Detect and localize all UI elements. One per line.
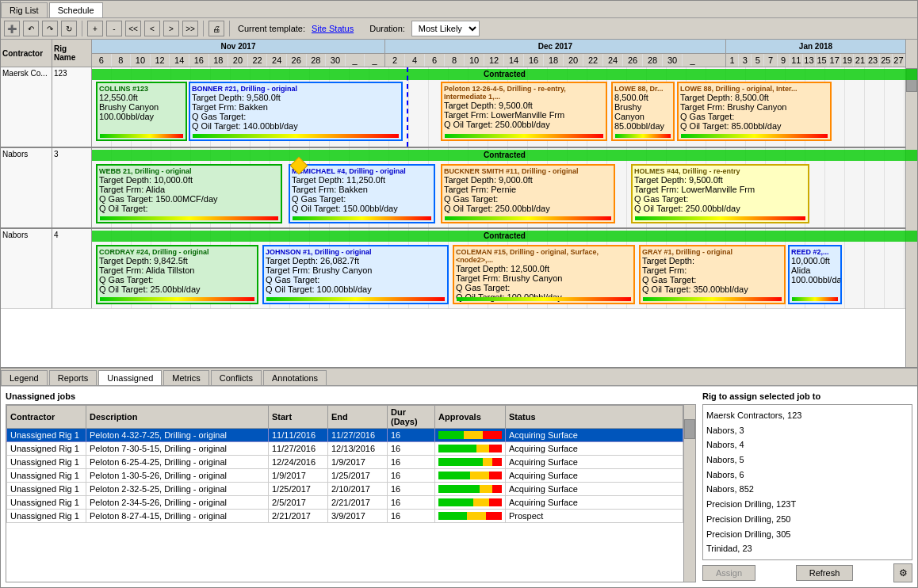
jobs-table: Contractor Description Start End Dur (Da… (6, 405, 683, 523)
rig-list[interactable]: Maersk Contractors, 123 Nabors, 3 Nabors… (702, 404, 912, 560)
tab-rig-list[interactable]: Rig List (1, 2, 48, 17)
rig-list-item[interactable]: Nabors, 852 (706, 482, 908, 497)
table-row[interactable]: Unassigned Rig 1 Peloton 6-25-4-25, Dril… (7, 456, 683, 469)
table-row[interactable]: Unassigned Rig 1 Peloton 1-30-5-26, Dril… (7, 469, 683, 483)
first-btn[interactable]: << (125, 21, 141, 36)
gantt-row-content-nabors3[interactable]: Contracted WEBB 21, Drilling - original … (92, 148, 917, 227)
job-card-holmes44[interactable]: HOLMES #44, Drilling - re-entry Target D… (631, 164, 809, 223)
rig-list-item[interactable]: Maersk Contractors, 123 (706, 408, 908, 423)
rig-list-item[interactable]: Nabors, 4 (706, 437, 908, 452)
job-card-lowe88a[interactable]: LOWE 88, Dr... 8,500.0ft Brushy Canyon 8… (611, 82, 675, 141)
day-cell: 27 (893, 54, 905, 67)
job-card-gray1[interactable]: GRAY #1, Drilling - original Target Dept… (639, 245, 786, 304)
day-cell: 20 (564, 54, 583, 67)
last-btn[interactable]: >> (182, 21, 198, 36)
cell-start: 2/5/2017 (269, 496, 328, 510)
job-card-johnson1[interactable]: JOHNSON #1, Drilling - original Target D… (262, 245, 449, 304)
month-dec: Dec 2017 (385, 40, 726, 53)
job-card-webb21[interactable]: WEBB 21, Drilling - original Target Dept… (96, 164, 282, 223)
tab-reports[interactable]: Reports (49, 370, 98, 385)
tab-metrics[interactable]: Metrics (163, 370, 208, 385)
job-card-cordray24[interactable]: CORDRAY #24, Drilling - original Target … (96, 245, 258, 304)
cell-approval (435, 510, 506, 523)
rig-list-item[interactable]: Trinidad, 23 (706, 541, 908, 556)
day-cell: 17 (828, 54, 841, 67)
job-card-reed2[interactable]: REED #2,... 10,000.0ft Alida 100.00bbl/d… (788, 245, 842, 304)
tab-annotations[interactable]: Annotations (263, 370, 327, 385)
table-row[interactable]: Unassigned Rig 1 Peloton 2-32-5-25, Dril… (7, 483, 683, 496)
cell-status: Acquiring Surface (506, 429, 683, 442)
job-card-coleman15[interactable]: COLEMAN #15, Drilling - original, Surfac… (453, 245, 635, 304)
cell-status: Acquiring Surface (506, 456, 683, 469)
rig-label-123: 123 (52, 67, 92, 147)
cell-start: 1/9/2017 (269, 469, 328, 483)
duration-select[interactable]: Most Likely (411, 21, 480, 36)
day-cell: 10 (465, 54, 484, 67)
table-row[interactable]: Unassigned Rig 1 Peloton 8-27-4-15, Dril… (7, 510, 683, 523)
gantt-row-content-maersk123[interactable]: Contracted COLLINS #123 12,550.0ft Brush… (92, 67, 917, 147)
table-row[interactable]: Unassigned Rig 1 Peloton 2-34-5-26, Dril… (7, 496, 683, 510)
job-card-lowe88b[interactable]: LOWE 88, Drilling - original, Inter... T… (677, 82, 832, 141)
rig-list-item[interactable]: Nabors, 6 (706, 468, 908, 483)
day-cell: 5 (752, 54, 764, 67)
day-cell: 26 (287, 54, 307, 67)
cell-start: 11/11/2016 (269, 429, 328, 442)
gantt-scrollbar[interactable] (905, 67, 917, 367)
refresh-button[interactable]: Refresh (796, 565, 854, 581)
next-btn[interactable]: > (163, 21, 179, 36)
gantt-scroll-area[interactable]: Maersk Co... 123 Contracted COLLINS #123… (1, 67, 917, 367)
tab-legend[interactable]: Legend (1, 370, 48, 385)
col-approvals: Approvals (435, 406, 506, 429)
cell-dur: 16 (388, 496, 435, 510)
rig-label-3: 3 (52, 148, 92, 227)
day-cell: 6 (92, 54, 112, 67)
table-row[interactable]: Unassigned Rig 1 Peloton 7-30-5-15, Dril… (7, 442, 683, 456)
print-btn[interactable]: 🖨 (208, 21, 224, 36)
redo-btn[interactable]: ↷ (42, 21, 58, 36)
col-start: Start (269, 406, 328, 429)
refresh-toolbar-btn[interactable]: ↻ (61, 21, 77, 36)
table-scrollbar[interactable] (683, 405, 695, 582)
tab-schedule[interactable]: Schedule (49, 2, 103, 17)
template-link[interactable]: Site Status (312, 24, 354, 33)
rig-list-item[interactable]: Nabors, 3 (706, 423, 908, 438)
rig-header: RigName (52, 40, 92, 67)
gear-button[interactable]: ⚙ (893, 563, 912, 582)
day-cell: 25 (880, 54, 893, 67)
top-tabs-bar: Rig List Schedule (1, 1, 917, 18)
job-card-collins123[interactable]: COLLINS #123 12,550.0ft Brushy Canyon 10… (96, 82, 187, 141)
job-card-bonner21[interactable]: BONNER #21, Drilling - original Target D… (189, 82, 403, 141)
cell-dur: 16 (388, 510, 435, 523)
job-card-peloton1226[interactable]: Peloton 12-26-4-5, Drilling - re-entry, … (441, 82, 607, 141)
rig-list-item[interactable]: Precision Drilling, 123T (706, 497, 908, 512)
cell-desc: Peloton 6-25-4-25, Drilling - original (86, 456, 269, 469)
job-card-buckner11[interactable]: BUCKNER SMITH #11, Drilling - original T… (441, 164, 615, 223)
day-cell: 23 (867, 54, 880, 67)
new-btn[interactable]: ➕ (4, 21, 20, 36)
day-cell: 10 (131, 54, 151, 67)
tab-conflicts[interactable]: Conflicts (211, 370, 262, 385)
tab-unassigned[interactable]: Unassigned (98, 370, 162, 385)
sep2 (203, 21, 204, 36)
prev-btn[interactable]: < (144, 21, 160, 36)
rig-list-item[interactable]: Precision Drilling, 250 (706, 512, 908, 527)
table-scrollbar-thumb[interactable] (684, 419, 695, 439)
day-cell: 3 (739, 54, 752, 67)
cell-dur: 16 (388, 429, 435, 442)
col-dur: Dur (Days) (388, 406, 435, 429)
gantt-row-content-nabors4[interactable]: Contracted CORDRAY #24, Drilling - origi… (92, 229, 917, 308)
remove-btn[interactable]: - (106, 21, 122, 36)
day-cell: 13 (803, 54, 816, 67)
add-btn[interactable]: + (87, 21, 103, 36)
assign-button[interactable]: Assign (702, 565, 755, 581)
month-nov: Nov 2017 (92, 40, 385, 53)
cell-end: 1/9/2017 (328, 456, 388, 469)
table-row[interactable]: Unassigned Rig 1 Peloton 4-32-7-25, Dril… (7, 429, 683, 442)
rig-label-4: 4 (52, 229, 92, 308)
rig-list-item[interactable]: Precision Drilling, 305 (706, 527, 908, 542)
undo-btn[interactable]: ↶ (23, 21, 39, 36)
cell-desc: Peloton 8-27-4-15, Drilling - original (86, 510, 269, 523)
rig-list-item[interactable]: Nabors, 5 (706, 452, 908, 468)
contracted-label: Contracted (92, 150, 917, 161)
job-card-mcmichael4[interactable]: MCMICHAEL #4, Drilling - original Target… (289, 164, 435, 223)
